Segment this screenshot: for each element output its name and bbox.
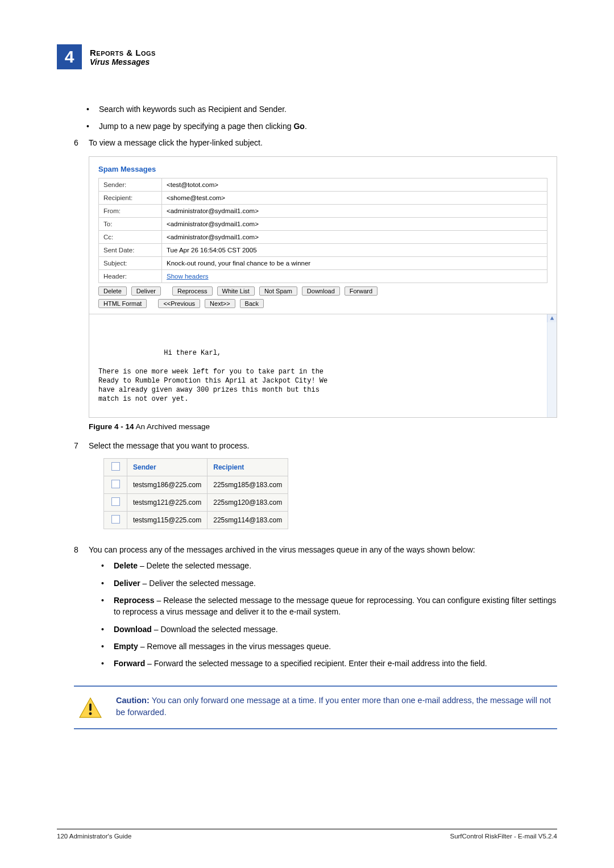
step-body: To view a message click the hyper-linked… — [89, 138, 557, 436]
step-body: You can process any of the messages arch… — [89, 545, 557, 675]
spam-header-table: Sender:<test@totot.com> Recipient:<shome… — [98, 178, 547, 283]
action-desc: – Remove all messages in the virus messa… — [138, 642, 331, 651]
step-8: 8 You can process any of the messages ar… — [74, 545, 557, 675]
selection-table: Sender Recipient testsmg186@225.com 225s… — [103, 458, 288, 529]
row-recipient: Recipient:<shome@test.com> — [99, 191, 547, 204]
selection-header-row: Sender Recipient — [104, 459, 288, 476]
label-header: Header: — [99, 269, 162, 283]
action-name: Deliver — [114, 579, 140, 588]
footer-left: 120 Administrator's Guide — [57, 833, 131, 840]
action-name: Forward — [114, 659, 145, 668]
table-row: testsmg115@225.com 225smg114@183.com — [104, 512, 288, 529]
step-number: 7 — [74, 441, 89, 539]
intro-bullet-text: Search with keywords such as Recipient a… — [99, 105, 287, 114]
scrollbar-track[interactable] — [547, 322, 557, 418]
button-row-1: Delete Deliver Reprocess White List Not … — [98, 283, 547, 299]
page: 4 Reports & Logs Virus Messages Search w… — [0, 0, 614, 868]
action-desc: – Delete the selected message. — [138, 561, 251, 570]
label-sender: Sender: — [99, 178, 162, 191]
value-sender: <test@totot.com> — [162, 178, 547, 191]
preview-text: Hi there Karl, There is one more week le… — [98, 349, 327, 403]
cell-recipient: 225smg114@183.com — [208, 512, 288, 529]
figure-4-14: Spam Messages Sender:<test@totot.com> Re… — [89, 156, 557, 431]
selection-table-figure: Sender Recipient testsmg186@225.com 225s… — [103, 458, 557, 529]
chapter-title: Reports & Logs — [90, 48, 156, 57]
footer-left-text: Administrator's Guide — [68, 833, 131, 840]
svg-point-2 — [89, 712, 92, 715]
action-delete: Delete – Delete the selected message. — [101, 560, 557, 571]
row-header: Header:Show headers — [99, 269, 547, 283]
step-text: Select the message that you want to proc… — [89, 441, 557, 450]
caution-body: You can only forward one message at a ti… — [116, 696, 551, 717]
back-button[interactable]: Back — [240, 299, 264, 308]
value-header: Show headers — [162, 269, 547, 283]
label-sentdate: Sent Date: — [99, 243, 162, 256]
step-number: 8 — [74, 545, 89, 675]
step-body: Select the message that you want to proc… — [89, 441, 557, 539]
action-empty: Empty – Remove all messages in the virus… — [101, 641, 557, 652]
label-from: From: — [99, 204, 162, 217]
prev-button[interactable]: <<Previous — [158, 299, 200, 308]
row-checkbox[interactable] — [111, 515, 120, 524]
col-sender: Sender — [127, 459, 208, 476]
label-to: To: — [99, 217, 162, 230]
chapter-number-badge: 4 — [57, 44, 82, 69]
forward-button[interactable]: Forward — [345, 286, 377, 296]
row-checkbox[interactable] — [111, 480, 120, 488]
row-checkbox[interactable] — [111, 497, 120, 506]
download-button[interactable]: Download — [302, 286, 340, 296]
htmlformat-button[interactable]: HTML Format — [98, 299, 147, 308]
page-number: 120 — [57, 833, 68, 840]
row-sentdate: Sent Date:Tue Apr 26 16:54:05 CST 2005 — [99, 243, 547, 256]
intro-bullet: Jump to a new page by specifying a page … — [86, 121, 557, 132]
value-from: <administrator@sydmail1.com> — [162, 204, 547, 217]
action-name: Empty — [114, 642, 138, 651]
cell-sender: testsmg115@225.com — [127, 512, 208, 529]
action-forward: Forward – Forward the selected message t… — [101, 658, 557, 669]
step-text: You can process any of the messages arch… — [89, 545, 557, 554]
figcaption-bold: Figure 4 - 14 — [89, 422, 134, 431]
reprocess-button[interactable]: Reprocess — [172, 286, 213, 296]
intro-bullet: Search with keywords such as Recipient a… — [86, 103, 557, 115]
value-cc: <administrator@sydmail1.com> — [162, 230, 547, 243]
caution-text: Caution: You can only forward one messag… — [116, 695, 553, 720]
select-all-checkbox[interactable] — [111, 462, 120, 471]
footer-right: SurfControl RiskFilter - E-mail V5.2.4 — [450, 833, 557, 840]
label-recipient: Recipient: — [99, 191, 162, 204]
intro-bullet-text: Jump to a new page by specifying a page … — [99, 122, 293, 131]
action-name: Delete — [114, 561, 138, 570]
action-desc: – Deliver the selected message. — [140, 579, 256, 588]
page-header: 4 Reports & Logs Virus Messages — [57, 44, 557, 69]
row-from: From:<administrator@sydmail1.com> — [99, 204, 547, 217]
value-sentdate: Tue Apr 26 16:54:05 CST 2005 — [162, 243, 547, 256]
row-cc: Cc:<administrator@sydmail1.com> — [99, 230, 547, 243]
action-desc: – Download the selected message. — [152, 625, 278, 634]
row-sender: Sender:<test@totot.com> — [99, 178, 547, 191]
whitelist-button[interactable]: White List — [217, 286, 255, 296]
step-text: To view a message click the hyper-linked… — [89, 138, 557, 147]
action-desc: – Forward the selected message to a spec… — [145, 659, 487, 668]
caution-label: Caution: — [116, 696, 152, 705]
table-row: testsmg186@225.com 225smg185@183.com — [104, 476, 288, 494]
step-list: 6 To view a message click the hyper-link… — [74, 138, 557, 675]
intro-bullet-bold: Go — [293, 122, 304, 131]
spam-panel-title: Spam Messages — [98, 165, 547, 173]
header-titles: Reports & Logs Virus Messages — [90, 48, 156, 67]
notspam-button[interactable]: Not Spam — [259, 286, 297, 296]
cell-recipient: 225smg120@183.com — [208, 494, 288, 512]
message-preview: ▲ Hi there Karl, There is one more week … — [89, 314, 557, 418]
cell-recipient: 225smg185@183.com — [208, 476, 288, 494]
action-deliver: Deliver – Deliver the selected message. — [101, 578, 557, 589]
show-headers-link[interactable]: Show headers — [167, 273, 209, 280]
intro-bullets: Search with keywords such as Recipient a… — [86, 103, 557, 132]
intro-bullet-post: . — [305, 122, 307, 131]
figcaption-rest: An Archived message — [134, 422, 210, 431]
deliver-button[interactable]: Deliver — [131, 286, 161, 296]
caution-block: Caution: You can only forward one messag… — [74, 686, 557, 729]
row-to: To:<administrator@sydmail1.com> — [99, 217, 547, 230]
step-6: 6 To view a message click the hyper-link… — [74, 138, 557, 436]
content: Search with keywords such as Recipient a… — [74, 103, 557, 729]
label-cc: Cc: — [99, 230, 162, 243]
delete-button[interactable]: Delete — [98, 286, 127, 296]
next-button[interactable]: Next>> — [205, 299, 235, 308]
